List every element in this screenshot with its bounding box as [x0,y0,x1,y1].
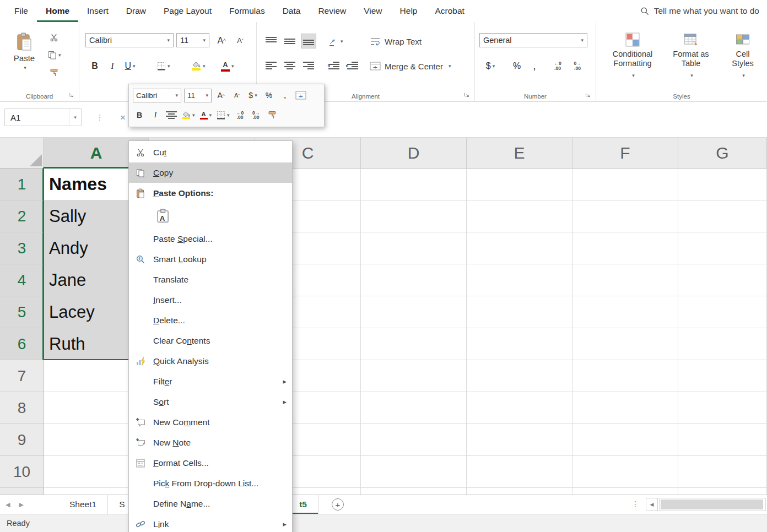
bottom-align-button[interactable] [301,34,316,48]
accounting-format-button[interactable]: $ ▾ [483,58,498,73]
mini-percent-style-button[interactable]: % [262,89,276,102]
cell-D4[interactable] [361,264,467,296]
menu-item-cut[interactable]: Cut [129,142,292,162]
clipboard-dialog-launcher[interactable] [67,91,75,99]
cell-E4[interactable] [467,264,572,296]
increase-decimal-button[interactable]: ←0.00 [550,58,565,73]
menu-item-define-name[interactable]: Define Name... [129,493,292,514]
comma-style-button[interactable]: , [527,58,542,73]
cell-F5[interactable] [572,296,678,328]
cell-E1[interactable] [467,169,572,200]
column-header-e[interactable]: E [467,138,572,169]
row-header-3[interactable]: 3 [0,232,44,264]
ribbon-tab-file[interactable]: File [6,0,37,22]
sheet-tab-sheet1[interactable]: Sheet1 [58,495,108,514]
row-header-11[interactable] [0,488,44,495]
cell-G1[interactable] [678,169,767,200]
ribbon-tab-page-layout[interactable]: Page Layout [155,0,220,22]
formula-bar-splitter-dots[interactable]: ⋮ [96,113,104,122]
hscroll-track[interactable] [659,498,766,511]
font-size-select[interactable]: 11 ▾ [176,33,209,47]
name-box-dropdown-icon[interactable]: ▾ [69,109,81,126]
sheet-tab-t5[interactable]: t5 [288,495,318,514]
ribbon-tab-draw[interactable]: Draw [117,0,155,22]
percent-style-button[interactable]: % [509,58,525,73]
row-header-7[interactable]: 7 [0,360,44,392]
mini-font-name-select[interactable]: Calibri ▾ [133,89,181,102]
row-header-10[interactable]: 10 [0,456,44,488]
alignment-dialog-launcher[interactable] [463,91,471,99]
menu-item-paste-special[interactable]: Paste Special... [129,229,292,249]
cell-E2[interactable] [467,200,572,232]
cell-F4[interactable] [572,264,678,296]
sheet-nav-right-button[interactable]: ▶ [19,501,23,508]
row-header-9[interactable]: 9 [0,424,44,456]
mini-format-painter-button[interactable] [266,108,279,122]
mini-decrease-font-button[interactable]: Aˇ [230,89,244,102]
mini-merge-center-button[interactable] [294,89,307,102]
menu-item-quick-analysis[interactable]: Quick Analysis [129,351,292,371]
cell-D11[interactable] [361,488,467,495]
hscroll-left-button[interactable]: ◀ [646,498,658,511]
align-left-button[interactable] [263,58,279,73]
row-header-2[interactable]: 2 [0,200,44,232]
merge-center-button[interactable]: Merge & Center ▾ [366,58,455,74]
cell-E6[interactable] [467,328,572,360]
cut-button[interactable] [46,30,62,45]
cell-F2[interactable] [572,200,678,232]
conditional-formatting-button[interactable]: Conditional Formatting ▾ [604,28,661,87]
cell-G7[interactable] [678,360,767,392]
italic-button[interactable]: I [105,58,120,73]
cell-G11[interactable] [678,488,767,495]
ribbon-tab-formulas[interactable]: Formulas [220,0,274,22]
hscroll-thumb[interactable] [661,500,763,509]
column-header-f[interactable]: F [572,138,678,169]
cell-G2[interactable] [678,200,767,232]
cell-D2[interactable] [361,200,467,232]
cell-D9[interactable] [361,424,467,456]
borders-button[interactable]: ▾ [155,58,172,73]
copy-button[interactable]: ▾ [46,47,63,62]
cell-D7[interactable] [361,360,467,392]
menu-item-copy[interactable]: Copy [129,162,292,183]
ribbon-tab-review[interactable]: Review [309,0,355,22]
menu-item-pick-from-drop-down-list[interactable]: Pick From Drop-down List... [129,473,292,493]
cell-F6[interactable] [572,328,678,360]
mini-font-size-select[interactable]: 11 ▾ [184,89,212,102]
format-as-table-button[interactable]: Format as Table ▾ [665,28,717,87]
cell-D10[interactable] [361,456,467,488]
cell-F7[interactable] [572,360,678,392]
select-all-button[interactable] [0,138,44,169]
cell-F8[interactable] [572,392,678,424]
name-box[interactable]: A1 ▾ [4,108,82,126]
column-header-d[interactable]: D [361,138,467,169]
cell-F11[interactable] [572,488,678,495]
decrease-indent-button[interactable]: ◂ [326,58,342,73]
tabbar-splitter-dots[interactable]: ⋮ [631,500,639,508]
cell-G10[interactable] [678,456,767,488]
menu-item-new-comment[interactable]: New Comment [129,412,292,432]
cell-D6[interactable] [361,328,467,360]
middle-align-button[interactable] [282,34,298,48]
cell-E3[interactable] [467,232,572,264]
cell-G9[interactable] [678,424,767,456]
mini-comma-style-button[interactable]: , [278,89,291,102]
add-sheet-button[interactable]: + [332,498,344,511]
menu-item-delete[interactable]: Delete... [129,310,292,330]
cell-G5[interactable] [678,296,767,328]
menu-item-filter[interactable]: Filter▸ [129,371,292,392]
cell-E5[interactable] [467,296,572,328]
mini-font-color-button[interactable]: A ▾ [199,108,213,122]
ribbon-tab-acrobat[interactable]: Acrobat [426,0,473,22]
menu-item-paste-options[interactable]: Paste Options: [129,183,292,203]
tell-me-search[interactable]: Tell me what you want to do [640,0,767,22]
decrease-decimal-button[interactable]: 0→.00 [570,58,585,73]
format-painter-button[interactable] [46,65,62,80]
mini-borders-button[interactable]: ▾ [215,108,231,122]
menu-item-link[interactable]: Link▸ [129,514,292,532]
cell-G3[interactable] [678,232,767,264]
cell-E9[interactable] [467,424,572,456]
align-center-button[interactable] [282,58,298,73]
cell-G8[interactable] [678,392,767,424]
cell-D1[interactable] [361,169,467,200]
